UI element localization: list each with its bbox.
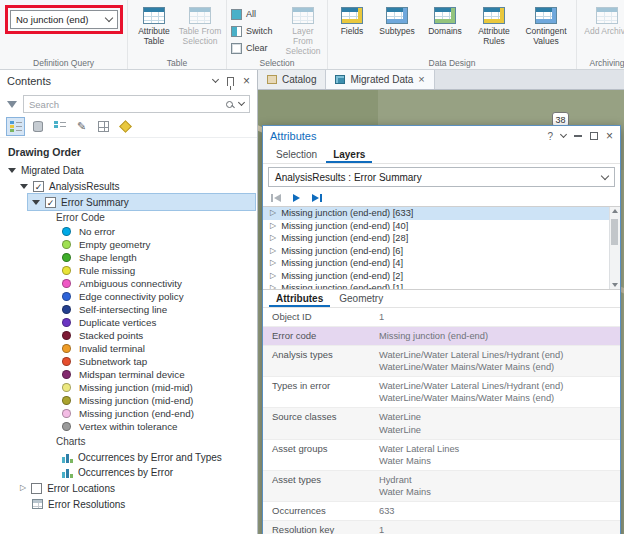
- close-tab-icon[interactable]: ×: [418, 74, 424, 85]
- error-list-item[interactable]: ▷ Missing junction (end-end) [2]: [263, 270, 609, 283]
- tree-item-analysisresults[interactable]: ✓ AnalysisResults: [0, 178, 257, 194]
- chart-item[interactable]: Occurrences by Error: [0, 465, 257, 480]
- chart-item[interactable]: Occurrences by Error and Types: [0, 450, 257, 465]
- list-by-selection-icon[interactable]: [51, 118, 68, 135]
- help-icon[interactable]: ?: [547, 131, 553, 142]
- add-archive-button[interactable]: Add Archive: [581, 4, 624, 37]
- collapsed-expand-icon[interactable]: ▷: [270, 259, 276, 267]
- contingent-values-button[interactable]: Contingent Values: [520, 4, 572, 47]
- tab-selection[interactable]: Selection: [269, 146, 324, 163]
- attribute-row[interactable]: Asset groups Water Lateral Lines Water M…: [263, 440, 620, 471]
- legend-item[interactable]: Stacked points: [0, 329, 257, 342]
- subtypes-button[interactable]: Subtypes: [374, 4, 420, 37]
- layer-checkbox[interactable]: ✓: [33, 181, 44, 192]
- layer-selector-dropdown[interactable]: AnalysisResults : Error Summary: [268, 167, 615, 187]
- search-input[interactable]: [29, 99, 220, 110]
- scroll-up-icon[interactable]: [612, 209, 618, 213]
- attribute-row[interactable]: Types in error WaterLine/Water Lateral L…: [263, 377, 620, 408]
- tab-attributes[interactable]: Attributes: [269, 290, 330, 307]
- pane-menu-icon[interactable]: [212, 76, 219, 83]
- list-scrollbar[interactable]: [609, 207, 620, 289]
- clear-selection-button[interactable]: Clear: [231, 40, 281, 56]
- list-by-labeling-icon[interactable]: [117, 118, 134, 135]
- tab-migrated-data[interactable]: Migrated Data ×: [326, 70, 434, 89]
- domains-button[interactable]: Domains: [422, 4, 468, 37]
- layer-checkbox[interactable]: [31, 483, 42, 494]
- legend-item[interactable]: Missing junction (mid-mid): [0, 381, 257, 394]
- attribute-row[interactable]: Object ID 1: [263, 308, 620, 327]
- legend-item[interactable]: Vertex within tolerance: [0, 420, 257, 433]
- legend-item[interactable]: Rule missing: [0, 264, 257, 277]
- attribute-row[interactable]: Analysis types WaterLine/Water Lateral L…: [263, 346, 620, 377]
- layer-from-selection-button[interactable]: Layer From Selection: [283, 4, 323, 56]
- pane-options-chevron-icon[interactable]: [560, 131, 567, 138]
- collapsed-expand-icon[interactable]: ▷: [270, 247, 276, 255]
- legend-item[interactable]: Missing junction (mid-end): [0, 394, 257, 407]
- legend-item[interactable]: Invalid terminal: [0, 342, 257, 355]
- table-from-selection-button[interactable]: Table From Selection: [178, 4, 222, 47]
- error-list-item[interactable]: ▷ Missing junction (end-end) [28]: [263, 232, 609, 245]
- expand-icon[interactable]: [8, 168, 16, 173]
- legend-item[interactable]: Edge connectivity policy: [0, 290, 257, 303]
- collapsed-expand-icon[interactable]: ▷: [270, 284, 276, 290]
- select-all-button[interactable]: All: [231, 6, 281, 22]
- list-by-data-source-icon[interactable]: [29, 118, 46, 135]
- map-canvas[interactable]: 38 Attributes ? × Selection Layers: [258, 90, 624, 534]
- legend-item[interactable]: No error: [0, 225, 257, 238]
- error-list-item[interactable]: ▷ Missing junction (end-end) [40]: [263, 220, 609, 233]
- tab-layers[interactable]: Layers: [326, 146, 372, 163]
- list-by-editing-icon[interactable]: ✎: [73, 118, 90, 135]
- search-options-chevron-icon[interactable]: [238, 99, 245, 106]
- legend-item[interactable]: Shape length: [0, 251, 257, 264]
- legend-item[interactable]: Subnetwork tap: [0, 355, 257, 368]
- tab-catalog[interactable]: Catalog: [258, 70, 326, 89]
- attribute-row[interactable]: Occurrences 633: [263, 502, 620, 521]
- expand-icon[interactable]: [20, 184, 28, 189]
- attribute-row-error-code[interactable]: Error code Missing junction (end-end): [263, 327, 620, 346]
- legend-item[interactable]: Missing junction (end-end): [0, 407, 257, 420]
- attribute-row[interactable]: Source classes WaterLine WaterLine: [263, 408, 620, 439]
- tree-item-migrated-data[interactable]: Migrated Data: [0, 162, 257, 178]
- tree-item-error-summary[interactable]: ✓ Error Summary: [28, 194, 255, 210]
- collapsed-expand-icon[interactable]: ▷: [270, 222, 276, 230]
- collapsed-expand-icon[interactable]: ▷: [270, 272, 276, 280]
- minimize-icon[interactable]: [574, 135, 582, 137]
- filter-icon[interactable]: [7, 101, 17, 108]
- legend-item[interactable]: Ambiguous connectivity: [0, 277, 257, 290]
- search-icon[interactable]: [226, 101, 233, 108]
- close-icon[interactable]: ×: [243, 75, 250, 87]
- error-list-item[interactable]: ▷ Missing junction (end-end) [1]: [263, 282, 609, 290]
- close-icon[interactable]: ×: [606, 130, 613, 142]
- error-list-item[interactable]: ▷ Missing junction (end-end) [4]: [263, 257, 609, 270]
- collapsed-expand-icon[interactable]: ▷: [20, 484, 26, 492]
- tab-geometry[interactable]: Geometry: [332, 290, 390, 307]
- layer-checkbox[interactable]: ✓: [45, 197, 56, 208]
- scrollbar-thumb[interactable]: [611, 219, 618, 245]
- error-list-item[interactable]: ▷ Missing junction (end-end) [6]: [263, 245, 609, 258]
- list-by-drawing-order-icon[interactable]: [7, 118, 24, 135]
- collapsed-expand-icon[interactable]: ▷: [270, 209, 276, 217]
- next-record-button[interactable]: [293, 194, 300, 202]
- attribute-row[interactable]: Resolution key 1: [263, 521, 620, 534]
- pin-icon[interactable]: [227, 77, 234, 86]
- legend-item[interactable]: Duplicate vertices: [0, 316, 257, 329]
- error-list-item[interactable]: ▷ Missing junction (end-end) [633]: [263, 207, 609, 220]
- list-by-snapping-icon[interactable]: [95, 118, 112, 135]
- last-record-button[interactable]: [312, 194, 322, 202]
- tree-item-error-resolutions[interactable]: Error Resolutions: [0, 496, 257, 512]
- definition-query-dropdown[interactable]: No junction (end): [10, 10, 118, 29]
- tree-item-error-locations[interactable]: ▷ Error Locations: [0, 480, 257, 496]
- attribute-rules-button[interactable]: Attribute Rules: [470, 4, 518, 47]
- previous-record-button[interactable]: [271, 194, 281, 202]
- attribute-row[interactable]: Asset types Hydrant Water Mains: [263, 471, 620, 502]
- scroll-down-icon[interactable]: [612, 283, 618, 287]
- dock-icon[interactable]: [590, 132, 598, 140]
- legend-item[interactable]: Midspan terminal device: [0, 368, 257, 381]
- switch-selection-button[interactable]: Switch: [231, 23, 281, 39]
- fields-button[interactable]: Fields: [332, 4, 372, 37]
- legend-item[interactable]: Self-intersecting line: [0, 303, 257, 316]
- collapsed-expand-icon[interactable]: ▷: [270, 234, 276, 242]
- attribute-table-button[interactable]: Attribute Table: [132, 4, 176, 47]
- expand-icon[interactable]: [32, 200, 40, 205]
- legend-item[interactable]: Empty geometry: [0, 238, 257, 251]
